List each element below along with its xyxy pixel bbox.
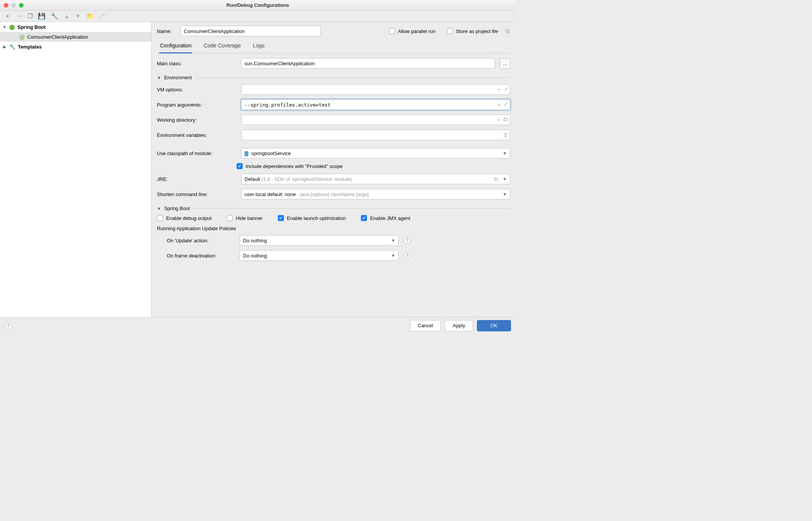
chevron-down-icon: ▼: [157, 206, 161, 211]
tree-node-consumer-app[interactable]: ⬤ ComsumerClientApplication: [0, 32, 151, 42]
config-name-input[interactable]: [180, 26, 321, 36]
spring-icon: ⬤: [19, 34, 25, 40]
checkbox-icon: [447, 28, 453, 34]
chevron-down-icon: ▼: [503, 151, 507, 155]
folder-icon[interactable]: 🗀: [494, 176, 498, 182]
jre-label: JRE:: [157, 176, 237, 182]
chevron-right-icon: ▶: [2, 44, 7, 49]
move-down-button[interactable]: ▼: [75, 13, 81, 20]
jre-select[interactable]: Default (1.8 - SDK of 'springbootService…: [241, 174, 510, 184]
help-icon[interactable]: ?: [403, 252, 411, 259]
config-tree: ▼ ⬤ Spring Boot ⬤ ComsumerClientApplicat…: [0, 22, 152, 317]
section-spring-boot[interactable]: ▼ Spring Boot: [157, 206, 510, 211]
tree-node-templates[interactable]: ▶ 🔧 Templates: [0, 42, 151, 52]
checkbox-icon: [227, 215, 233, 221]
module-icon: ▇: [245, 151, 248, 156]
list-icon[interactable]: ☰: [503, 132, 508, 138]
include-provided-checkbox[interactable]: Include dependencies with "Provided" sco…: [237, 163, 343, 169]
chevron-down-icon: ▼: [503, 177, 507, 181]
edit-templates-button[interactable]: 🔧: [51, 13, 58, 20]
config-panel: Name: Allow parallel run Store as projec…: [152, 22, 516, 317]
env-vars-label: Environment variables:: [157, 132, 237, 138]
checkbox-icon: [361, 215, 367, 221]
tab-code-coverage[interactable]: Code Coverage: [203, 40, 241, 53]
spring-icon: ⬤: [9, 24, 15, 30]
window-title: Run/Debug Configurations: [0, 2, 516, 8]
ok-button[interactable]: OK: [477, 320, 511, 331]
env-vars-input[interactable]: [241, 130, 510, 140]
tab-logs[interactable]: Logs: [252, 40, 265, 53]
add-config-button[interactable]: ＋: [5, 12, 11, 20]
main-class-label: Main class:: [157, 61, 237, 66]
gear-icon[interactable]: ⚙: [505, 28, 510, 35]
expand-icon[interactable]: ⤢: [504, 101, 508, 108]
tree-label: Templates: [18, 44, 42, 50]
checkbox-icon: [237, 163, 243, 169]
on-update-select[interactable]: Do nothing ▼: [240, 235, 399, 246]
chevron-down-icon: ▼: [391, 253, 395, 258]
plus-icon[interactable]: ＋: [497, 101, 502, 108]
chevron-down-icon: ▼: [391, 238, 395, 243]
tree-label: Spring Boot: [17, 24, 45, 30]
enable-debug-checkbox[interactable]: Enable debug output: [157, 215, 212, 221]
help-icon[interactable]: ?: [403, 237, 411, 244]
chevron-down-icon: ▼: [2, 25, 7, 29]
enable-launch-opt-checkbox[interactable]: Enable launch optimization: [278, 215, 346, 221]
plus-icon[interactable]: ＋: [497, 86, 502, 93]
move-up-button[interactable]: ▲: [64, 13, 70, 20]
tree-label: ComsumerClientApplication: [27, 34, 88, 40]
on-update-label: On 'Update' action:: [167, 238, 235, 243]
remove-config-button[interactable]: －: [16, 12, 22, 20]
classpath-module-select[interactable]: ▇ springbootService ▼: [241, 148, 510, 158]
update-policies-label: Running Application Update Policies: [157, 226, 510, 231]
help-button[interactable]: ?: [5, 322, 12, 330]
titlebar: Run/Debug Configurations: [0, 0, 516, 11]
on-frame-select[interactable]: Do nothing ▼: [240, 250, 399, 261]
folder-button[interactable]: 📁: [86, 13, 94, 20]
checkbox-icon: [278, 215, 284, 221]
section-environment[interactable]: ▼ Environment: [157, 75, 510, 80]
shorten-cmd-label: Shorten command line:: [157, 191, 237, 197]
main-class-input[interactable]: [241, 58, 495, 69]
tree-toolbar: ＋ － ❐ 💾 🔧 ▲ ▼ 📁 ↓ᴬ: [0, 11, 516, 22]
name-label: Name:: [157, 28, 176, 34]
save-config-button[interactable]: 💾: [38, 13, 45, 20]
enable-jmx-checkbox[interactable]: Enable JMX agent: [361, 215, 410, 221]
vm-options-input[interactable]: [241, 84, 510, 95]
browse-main-class-button[interactable]: …: [500, 58, 510, 69]
sort-button[interactable]: ↓ᴬ: [99, 13, 105, 20]
vm-options-label: VM options:: [157, 87, 237, 93]
shorten-cmd-select[interactable]: user-local default: none - java [options…: [241, 189, 510, 199]
store-project-checkbox[interactable]: Store as project file: [447, 28, 498, 34]
hide-banner-checkbox[interactable]: Hide banner: [227, 215, 263, 221]
on-frame-label: On frame deactivation:: [167, 253, 235, 259]
allow-parallel-checkbox[interactable]: Allow parallel run: [389, 28, 436, 34]
program-args-label: Program arguments:: [157, 102, 237, 108]
dialog-footer: ? Cancel Apply OK: [0, 317, 516, 334]
folder-icon[interactable]: 🗀: [503, 116, 508, 123]
chevron-down-icon: ▼: [157, 75, 161, 80]
expand-icon[interactable]: ⤢: [504, 86, 508, 93]
working-dir-input[interactable]: [241, 115, 510, 125]
wrench-icon: 🔧: [9, 44, 16, 50]
tab-configuration[interactable]: Configuration: [159, 40, 192, 53]
tab-bar: Configuration Code Coverage Logs: [157, 40, 510, 53]
plus-icon[interactable]: ＋: [496, 116, 501, 123]
checkbox-icon: [157, 215, 163, 221]
classpath-module-label: Use classpath of module:: [157, 151, 237, 156]
program-args-input[interactable]: [241, 99, 510, 110]
chevron-down-icon: ▼: [503, 192, 507, 196]
tree-node-spring-boot[interactable]: ▼ ⬤ Spring Boot: [0, 22, 151, 32]
apply-button[interactable]: Apply: [445, 320, 473, 331]
copy-config-button[interactable]: ❐: [27, 13, 33, 20]
checkbox-icon: [389, 28, 395, 34]
working-dir-label: Working directory:: [157, 117, 237, 123]
cancel-button[interactable]: Cancel: [410, 320, 441, 331]
